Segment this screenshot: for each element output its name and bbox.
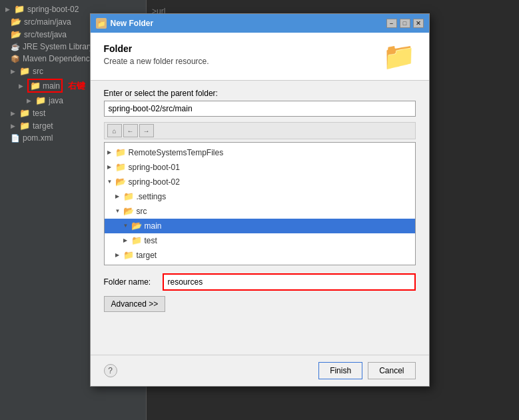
folder-name-input[interactable] [163, 273, 416, 291]
folder-name-row: Folder name: [104, 273, 416, 291]
tree-item-target[interactable]: ▶ 📁 target [105, 248, 415, 263]
advanced-button[interactable]: Advanced >> [104, 296, 166, 312]
dialog-section-title: Folder [104, 43, 209, 54]
tree-folder-icon: 📁 [115, 161, 126, 174]
tree-item-label: main [145, 219, 162, 233]
new-folder-dialog: 📁 New Folder – □ ✕ Folder Create a new f… [90, 13, 430, 387]
dialog-titlebar: 📁 New Folder – □ ✕ [91, 14, 429, 33]
tree-arrow-icon: ▶ [115, 190, 123, 203]
forward-button[interactable]: → [139, 124, 154, 137]
dialog-title-icon: 📁 [96, 18, 107, 29]
tree-item-label: .settings [137, 190, 167, 203]
tree-item-label: target [137, 249, 157, 262]
tree-folder-icon: 📁 [131, 234, 142, 247]
tree-arrow-icon: ▶ [107, 161, 115, 174]
dialog-description: Create a new folder resource. [104, 57, 209, 66]
parent-folder-label: Enter or select the parent folder: [104, 89, 416, 98]
titlebar-left: 📁 New Folder [96, 18, 154, 29]
dialog-folder-large-icon: 📁 [382, 41, 416, 72]
tree-item-spring01[interactable]: ▶ 📁 spring-boot-01 [105, 160, 415, 175]
tree-toolbar: ⌂ ← → [104, 122, 416, 139]
folder-name-label: Folder name: [104, 277, 157, 287]
tree-folder-icon: 📁 [123, 190, 134, 203]
tree-folder-icon: 📁 [123, 249, 134, 262]
tree-arrow-icon: ▼ [115, 205, 123, 218]
folder-tree[interactable]: ▶ 📁 RemoteSystemsTempFiles ▶ 📁 spring-bo… [104, 142, 416, 265]
cancel-button[interactable]: Cancel [368, 362, 415, 379]
tree-item-settings[interactable]: ▶ 📁 .settings [105, 189, 415, 204]
footer-right: Finish Cancel [318, 362, 415, 379]
tree-item-test[interactable]: ▶ 📁 test [105, 233, 415, 248]
tree-item-label: test [145, 234, 157, 247]
tree-arrow-icon: ▶ [107, 146, 115, 159]
dialog-header: Folder Create a new folder resource. 📁 [91, 33, 429, 81]
dialog-body: Enter or select the parent folder: ⌂ ← →… [91, 81, 429, 355]
tree-item-label: spring-boot-01 [129, 161, 180, 174]
tree-folder-icon: 📂 [131, 219, 142, 233]
titlebar-controls: – □ ✕ [386, 19, 424, 28]
minimize-button[interactable]: – [386, 19, 397, 28]
tree-item-main[interactable]: ▼ 📂 main [105, 219, 415, 233]
dialog-footer: ? Finish Cancel [91, 355, 429, 386]
tree-item-remote[interactable]: ▶ 📁 RemoteSystemsTempFiles [105, 145, 415, 160]
dialog-overlay: 📁 New Folder – □ ✕ Folder Create a new f… [0, 0, 519, 420]
dialog-header-text: Folder Create a new folder resource. [104, 43, 209, 66]
tree-arrow-icon: ▼ [123, 219, 131, 233]
maximize-button[interactable]: □ [400, 19, 410, 28]
tree-arrow-icon: ▶ [123, 234, 131, 247]
tree-item-label: RemoteSystemsTempFiles [129, 146, 224, 159]
tree-folder-icon: 📁 [115, 146, 126, 159]
footer-left: ? [104, 364, 117, 377]
help-button[interactable]: ? [104, 364, 117, 377]
home-button[interactable]: ⌂ [107, 124, 122, 137]
tree-arrow-icon: ▶ [115, 249, 123, 262]
tree-folder-icon: 📂 [123, 205, 134, 218]
finish-button[interactable]: Finish [318, 362, 362, 379]
parent-folder-input[interactable] [104, 101, 416, 117]
dialog-title: New Folder [111, 19, 154, 28]
back-button[interactable]: ← [123, 124, 138, 137]
tree-arrow-icon: ▼ [107, 175, 115, 189]
tree-item-label: src [137, 205, 147, 218]
tree-item-label: spring-boot-02 [129, 175, 180, 189]
tree-folder-icon: 📂 [115, 175, 126, 189]
tree-item-spring02[interactable]: ▼ 📂 spring-boot-02 [105, 175, 415, 189]
close-button[interactable]: ✕ [413, 19, 424, 28]
tree-item-src[interactable]: ▼ 📂 src [105, 204, 415, 219]
